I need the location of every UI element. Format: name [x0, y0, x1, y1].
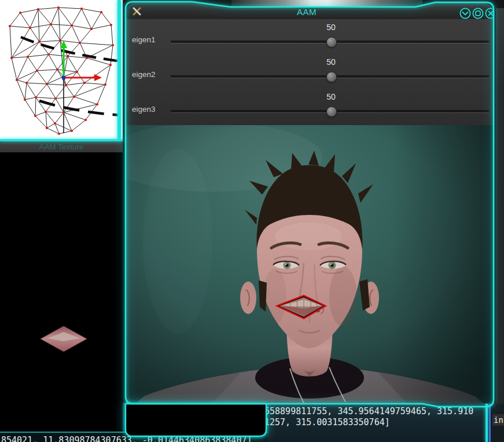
- texture-window-content: [0, 152, 123, 433]
- maximize-button[interactable]: [472, 8, 484, 19]
- mouth-texture-image: [41, 326, 87, 352]
- aam-window-titlebar[interactable]: AAM: [126, 2, 494, 19]
- texture-window-titlebar[interactable]: AAM Texture: [0, 141, 123, 152]
- shade-button[interactable]: [459, 8, 471, 19]
- slider-label: eigen2: [132, 70, 156, 79]
- mesh-window-border-right: [117, 0, 121, 139]
- face-mesh-image: [0, 0, 121, 139]
- mesh-window: [0, 0, 123, 139]
- slider-value: 50: [318, 57, 344, 67]
- window-frame-tab: [126, 404, 266, 436]
- eigen3-slider-handle[interactable]: [326, 107, 337, 117]
- eigen2-slider-handle[interactable]: [326, 72, 337, 82]
- camera-view: [126, 125, 494, 403]
- slider-row-eigen2: 50 eigen2: [126, 54, 494, 89]
- eigen1-slider-handle[interactable]: [326, 37, 337, 48]
- slider-label: eigen1: [132, 35, 156, 44]
- close-button[interactable]: [485, 8, 496, 19]
- mesh-window-border-bottom: [0, 139, 123, 141]
- slider-row-eigen1: 50 eigen1: [126, 20, 494, 54]
- slider-value: 50: [318, 92, 344, 101]
- slider-row-eigen3: 50 eigen3: [126, 89, 494, 124]
- desktop: { "theme": { "accent_cyan": "#1fe2db", "…: [0, 0, 504, 442]
- origin-marker: [62, 76, 65, 79]
- slider-label: eigen3: [132, 105, 156, 114]
- aam-window: AAM 50 eigen1 50 eigen2 50 eigen: [123, 0, 498, 442]
- eigen-slider-panel: 50 eigen1 50 eigen2 50 eigen3: [126, 19, 494, 125]
- texture-window-title: AAM Texture: [39, 143, 83, 151]
- slider-value: 50: [318, 23, 344, 32]
- window-title: AAM: [126, 7, 488, 17]
- face-photo: [126, 125, 494, 403]
